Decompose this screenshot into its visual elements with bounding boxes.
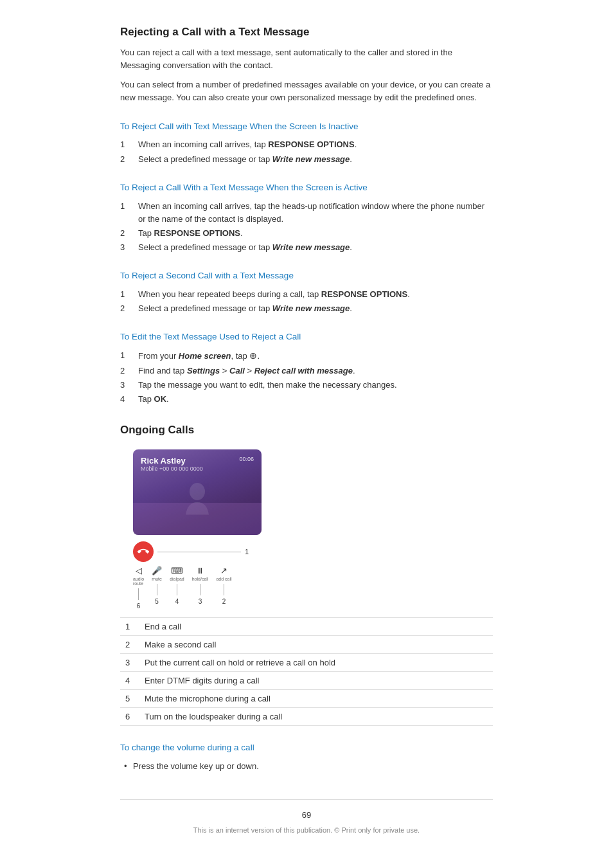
- italic-bold-text: Reject call with message: [254, 366, 353, 375]
- end-call-icon: [138, 546, 149, 557]
- table-row-num: 6: [120, 708, 139, 726]
- phone-avatar-area: [141, 475, 254, 526]
- table-row-desc: End a call: [139, 618, 493, 636]
- section-edit-message: To Edit the Text Message Used to Reject …: [120, 330, 493, 406]
- copyright-text: This is an internet version of this publ…: [193, 826, 420, 834]
- table-row: 1 End a call: [120, 618, 493, 636]
- intro-paragraph-2: You can select from a number of predefin…: [120, 78, 493, 104]
- section-inactive-screen: To Reject Call with Text Message When th…: [120, 120, 493, 166]
- svg-point-0: [190, 483, 205, 500]
- step-item: 1 From your Home screen, tap ⊕.: [120, 349, 493, 363]
- phone-timer: 00:06: [239, 456, 254, 462]
- action-mute: 🎤 mute 5: [152, 566, 162, 605]
- step-item: 1 When you hear repeated beeps during a …: [120, 288, 493, 301]
- step-item: 2 Select a predefined message or tap Wri…: [120, 302, 493, 315]
- main-title: Rejecting a Call with a Text Message: [120, 26, 493, 39]
- table-row-desc: Put the current call on hold or retrieve…: [139, 654, 493, 672]
- section4-heading: To Edit the Text Message Used to Reject …: [120, 330, 493, 344]
- phone-contact-sub: Mobile +00 00 000 0000: [141, 466, 254, 472]
- table-row-num: 5: [120, 690, 139, 708]
- ongoing-calls-section: Ongoing Calls Rick Astley Mobile +00 00 …: [120, 424, 493, 773]
- page-footer: 69 This is an internet version of this p…: [120, 799, 493, 835]
- hold-icon: ⏸: [196, 566, 204, 575]
- end-call-number-label: 1: [245, 548, 249, 556]
- section3-steps: 1 When you hear repeated beeps during a …: [120, 288, 493, 315]
- action-icons-row: ◁ audioroute 6 🎤 mute 5 ⌨ dialpad 4 ⏸ ho…: [133, 566, 493, 610]
- dialpad-icon: ⌨: [171, 566, 183, 575]
- intro-paragraph-1: You can reject a call with a text messag…: [120, 46, 493, 72]
- section1-steps: 1 When an incoming call arrives, tap RES…: [120, 138, 493, 165]
- action-hold: ⏸ hold/call 3: [192, 566, 209, 605]
- page-content: Rejecting a Call with a Text Message You…: [82, 0, 531, 868]
- italic-bold-text: Write new message: [272, 303, 350, 313]
- add-call-icon: ↗: [220, 566, 227, 575]
- app-icon-symbol: ⊕: [249, 350, 257, 361]
- audio-route-icon: ◁: [136, 566, 142, 575]
- section-active-screen: To Reject a Call With a Text Message Whe…: [120, 181, 493, 254]
- italic-bold-text: Write new message: [272, 154, 350, 164]
- step-item: 1 When an incoming call arrives, tap RES…: [120, 138, 493, 151]
- step-item: 4 Tap OK.: [120, 393, 493, 406]
- step-item: 1 When an incoming call arrives, tap the…: [120, 200, 493, 226]
- section3-heading: To Reject a Second Call with a Text Mess…: [120, 269, 493, 283]
- end-call-line: [157, 552, 241, 552]
- step-item: 2 Select a predefined message or tap Wri…: [120, 153, 493, 166]
- step-item: 3 Tap the message you want to edit, then…: [120, 379, 493, 392]
- bold-text: RESPONSE OPTIONS: [268, 140, 354, 149]
- volume-bullet-item: Press the volume key up or down.: [120, 760, 493, 773]
- phone-mockup: Rick Astley Mobile +00 00 000 0000 00:06: [133, 449, 274, 535]
- phone-contact-name: Rick Astley: [141, 456, 254, 466]
- section-volume: To change the volume during a call Press…: [120, 741, 493, 773]
- section6-heading: To change the volume during a call: [120, 741, 493, 755]
- table-row-desc: Enter DTMF digits during a call: [139, 672, 493, 690]
- table-row: 6 Turn on the loudspeaker during a call: [120, 708, 493, 726]
- action-add-call: ↗ add call 2: [216, 566, 231, 605]
- phone-screen: Rick Astley Mobile +00 00 000 0000 00:06: [133, 449, 262, 535]
- table-row: 3 Put the current call on hold or retrie…: [120, 654, 493, 672]
- table-row-desc: Make a second call: [139, 636, 493, 654]
- actions-table: 1 End a call 2 Make a second call 3 Put …: [120, 617, 493, 726]
- bold-text: RESPONSE OPTIONS: [321, 289, 407, 299]
- bold-text: RESPONSE OPTIONS: [154, 228, 240, 238]
- table-row: 2 Make a second call: [120, 636, 493, 654]
- step-item: 2 Tap RESPONSE OPTIONS.: [120, 227, 493, 240]
- action-audio-route: ◁ audioroute 6: [133, 566, 144, 610]
- section1-heading: To Reject Call with Text Message When th…: [120, 120, 493, 134]
- end-call-button[interactable]: [133, 541, 154, 562]
- table-row-desc: Mute the microphone during a call: [139, 690, 493, 708]
- table-row: 5 Mute the microphone during a call: [120, 690, 493, 708]
- section-second-call: To Reject a Second Call with a Text Mess…: [120, 269, 493, 315]
- step-item: 2 Find and tap Settings > Call > Reject …: [120, 365, 493, 377]
- action-dialpad: ⌨ dialpad 4: [170, 566, 184, 605]
- table-row-num: 3: [120, 654, 139, 672]
- italic-bold-text: Home screen: [179, 351, 231, 361]
- section2-steps: 1 When an incoming call arrives, tap the…: [120, 200, 493, 255]
- table-row-desc: Turn on the loudspeaker during a call: [139, 708, 493, 726]
- step-item: 3 Select a predefined message or tap Wri…: [120, 241, 493, 254]
- bold-text: OK: [154, 394, 167, 404]
- section2-heading: To Reject a Call With a Text Message Whe…: [120, 181, 493, 195]
- avatar-icon: [178, 481, 217, 520]
- italic-bold-text: Call: [229, 366, 245, 375]
- italic-bold-text: Settings: [187, 366, 220, 375]
- section4-steps: 1 From your Home screen, tap ⊕. 2 Find a…: [120, 349, 493, 406]
- page-number: 69: [120, 810, 493, 820]
- volume-bullet-list: Press the volume key up or down.: [120, 760, 493, 773]
- table-row-num: 2: [120, 636, 139, 654]
- ongoing-calls-title: Ongoing Calls: [120, 424, 493, 437]
- table-row-num: 1: [120, 618, 139, 636]
- table-row: 4 Enter DTMF digits during a call: [120, 672, 493, 690]
- end-call-row: 1: [133, 541, 493, 562]
- italic-bold-text: Write new message: [272, 242, 350, 252]
- mute-icon: 🎤: [152, 566, 162, 575]
- table-row-num: 4: [120, 672, 139, 690]
